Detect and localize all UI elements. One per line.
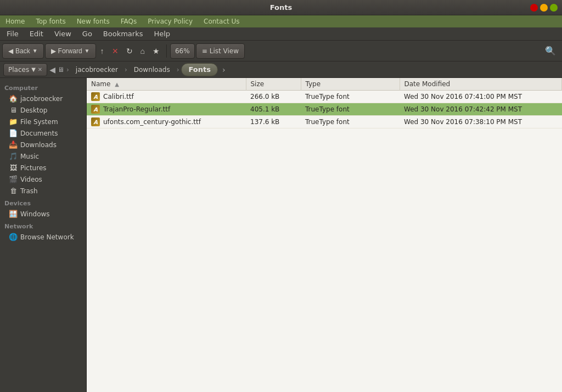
- table-row[interactable]: A ufonts.com_century-gothic.ttf 137.6 kB…: [87, 116, 562, 128]
- sidebar-item-downloads[interactable]: 📥 Downloads: [0, 139, 86, 150]
- trash-icon: 🗑: [9, 187, 18, 195]
- table-row[interactable]: A Calibri.ttf 266.0 kB TrueType font Wed…: [87, 91, 562, 103]
- menu-view[interactable]: View: [50, 29, 76, 39]
- places-text: Places: [8, 66, 29, 74]
- bookmarks-button[interactable]: ★: [149, 43, 163, 59]
- sidebar-label-videos: Videos: [20, 176, 42, 183]
- search-button[interactable]: 🔍: [541, 43, 560, 59]
- network-icon: 🌐: [9, 233, 18, 241]
- forward-label: Forward: [58, 47, 82, 55]
- reload-button[interactable]: ↻: [123, 43, 136, 59]
- home-icon: ⌂: [140, 47, 145, 55]
- up-button[interactable]: ↑: [97, 43, 108, 59]
- location-bar: Places ▼ ✕ ◀ 🖥 › jacobroecker › Download…: [0, 61, 562, 78]
- sidebar-label-trash: Trash: [20, 187, 38, 195]
- back-button[interactable]: ◀ Back ▼: [2, 43, 44, 59]
- web-nav-new-fonts[interactable]: New fonts: [77, 18, 110, 25]
- web-nav-contact[interactable]: Contact Us: [204, 18, 240, 25]
- file-type-0: TrueType font: [301, 91, 400, 103]
- file-size-0: 266.0 kB: [246, 91, 301, 103]
- menu-go[interactable]: Go: [78, 29, 97, 39]
- sidebar-item-pictures[interactable]: 🖼 Pictures: [0, 162, 86, 173]
- column-header-size[interactable]: Size: [246, 78, 301, 91]
- column-header-date[interactable]: Date Modified: [400, 78, 562, 91]
- pictures-icon: 🖼: [9, 164, 18, 172]
- file-name-2: ufonts.com_century-gothic.ttf: [103, 118, 201, 126]
- breadcrumb-jacobroecker[interactable]: jacobroecker: [71, 63, 122, 76]
- forward-dropdown-icon: ▼: [85, 48, 90, 54]
- sidebar-item-videos[interactable]: 🎬 Videos: [0, 173, 86, 185]
- sidebar-item-home[interactable]: 🏠 jacobroecker: [0, 93, 86, 104]
- sidebar-item-documents[interactable]: 📄 Documents: [0, 127, 86, 139]
- sidebar-network-label: Network: [0, 220, 86, 231]
- breadcrumb-sep-1: ›: [66, 66, 69, 74]
- file-date-0: Wed 30 Nov 2016 07:41:00 PM MST: [400, 91, 562, 103]
- sidebar-label-documents: Documents: [20, 130, 58, 137]
- file-name-cell-2: A ufonts.com_century-gothic.ttf: [87, 116, 246, 128]
- places-close-icon[interactable]: ✕: [38, 66, 42, 72]
- documents-icon: 📄: [9, 129, 18, 137]
- breadcrumb-fonts[interactable]: Fonts: [181, 63, 218, 76]
- sort-arrow-name: ▲: [115, 81, 119, 87]
- window-controls: [530, 4, 558, 12]
- sidebar-item-desktop[interactable]: 🖥 Desktop: [0, 104, 86, 116]
- file-name-cell-0: A Calibri.ttf: [87, 91, 246, 103]
- column-header-type[interactable]: Type: [301, 78, 400, 91]
- home-button[interactable]: ⌂: [137, 43, 148, 59]
- menu-edit[interactable]: Edit: [25, 29, 48, 39]
- breadcrumb-item-icon: 🖥: [58, 66, 64, 74]
- home-folder-icon: 🏠: [9, 94, 18, 103]
- sidebar-item-browse-network[interactable]: 🌐 Browse Network: [0, 231, 86, 243]
- breadcrumb-downloads[interactable]: Downloads: [130, 63, 175, 76]
- file-table: Name ▲ Size Type Date Modified: [87, 78, 562, 128]
- title-bar: Fonts: [0, 0, 562, 15]
- breadcrumb-sep-2: ›: [125, 66, 127, 74]
- sidebar-label-browse-network: Browse Network: [20, 233, 74, 241]
- file-size-2: 137.6 kB: [246, 116, 301, 128]
- web-nav-privacy[interactable]: Privacy Policy: [148, 18, 193, 25]
- menu-file[interactable]: File: [2, 29, 23, 39]
- minimize-button[interactable]: [540, 4, 548, 12]
- toolbar-separator: [166, 44, 167, 58]
- sidebar-label-downloads: Downloads: [20, 141, 57, 149]
- breadcrumb-left-arrow[interactable]: ◀: [49, 65, 55, 74]
- font-file-icon: A: [91, 117, 100, 126]
- stop-button[interactable]: ✕: [109, 43, 122, 59]
- sidebar-label-windows: Windows: [20, 210, 50, 218]
- sidebar-label-home: jacobroecker: [20, 95, 63, 103]
- web-nav-top-fonts[interactable]: Top fonts: [36, 18, 65, 25]
- close-button[interactable]: [530, 4, 538, 12]
- sidebar-item-trash[interactable]: 🗑 Trash: [0, 185, 86, 197]
- column-header-name[interactable]: Name ▲: [87, 78, 246, 91]
- view-mode-display: ≡ List View: [196, 43, 245, 59]
- back-label: Back: [15, 47, 30, 55]
- font-file-icon: A: [91, 105, 100, 114]
- web-nav-home[interactable]: Home: [5, 18, 25, 25]
- downloads-icon: 📥: [9, 141, 18, 149]
- videos-icon: 🎬: [9, 175, 18, 183]
- reload-icon: ↻: [126, 47, 133, 55]
- sidebar-item-windows[interactable]: 🪟 Windows: [0, 208, 86, 220]
- maximize-button[interactable]: [550, 4, 558, 12]
- menu-help[interactable]: Help: [149, 29, 175, 39]
- sidebar-item-music[interactable]: 🎵 Music: [0, 150, 86, 162]
- zoom-level: 66%: [170, 43, 195, 59]
- sidebar-computer-label: Computer: [0, 81, 86, 93]
- up-icon: ↑: [100, 47, 104, 55]
- web-nav-faqs[interactable]: FAQs: [121, 18, 137, 25]
- menu-bar: File Edit View Go Bookmarks Help: [0, 27, 562, 41]
- forward-arrow-icon: ▶: [51, 47, 56, 55]
- file-date-2: Wed 30 Nov 2016 07:38:10 PM MST: [400, 116, 562, 128]
- sidebar-item-filesystem[interactable]: 📁 File System: [0, 116, 86, 127]
- table-row[interactable]: A TrajanPro-Regular.ttf 405.1 kB TrueTyp…: [87, 103, 562, 116]
- desktop-icon: 🖥: [9, 106, 18, 114]
- breadcrumb-right-arrow[interactable]: ›: [222, 65, 226, 74]
- menu-bookmarks[interactable]: Bookmarks: [99, 29, 148, 39]
- forward-button[interactable]: ▶ Forward ▼: [45, 43, 96, 59]
- view-mode-icon: ≡: [202, 47, 207, 55]
- sidebar-label-desktop: Desktop: [20, 107, 48, 114]
- font-file-icon: A: [91, 92, 100, 101]
- file-name-1: TrajanPro-Regular.ttf: [103, 105, 170, 113]
- web-navigation-bar: Home Top fonts New fonts FAQs Privacy Po…: [0, 15, 562, 27]
- back-dropdown-icon: ▼: [32, 48, 38, 54]
